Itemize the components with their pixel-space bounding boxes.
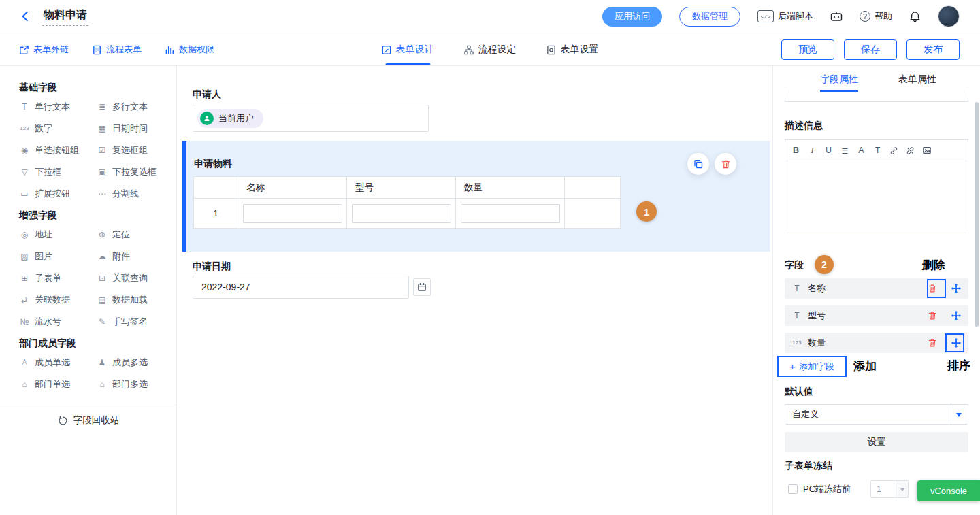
- subform-col-quantity: 数量: [456, 177, 565, 199]
- bold-icon[interactable]: B: [791, 146, 800, 155]
- save-button[interactable]: 保存: [844, 39, 897, 60]
- notifications-button[interactable]: [909, 11, 921, 22]
- back-button[interactable]: [19, 10, 31, 22]
- palette-item-datetime[interactable]: ▦日期时间: [97, 123, 176, 134]
- duplicate-field-button[interactable]: [687, 153, 709, 175]
- palette-item-member-multi[interactable]: ♟成员多选: [97, 357, 176, 368]
- tab-field-properties[interactable]: 字段属性: [820, 66, 858, 93]
- align-icon[interactable]: ≣: [840, 146, 849, 156]
- description-editor[interactable]: B I U ≣ A T: [785, 139, 968, 229]
- panel-scrollbar[interactable]: [975, 93, 979, 511]
- freeze-count-group: [870, 480, 909, 498]
- subform-input-name[interactable]: [243, 204, 342, 223]
- current-user-tag[interactable]: 当前用户: [197, 109, 263, 128]
- palette-item-number[interactable]: 123数字: [19, 123, 97, 134]
- palette-item-multi-line-text[interactable]: ≣多行文本: [97, 101, 176, 112]
- member-multi-icon: ♟: [97, 357, 108, 368]
- address-icon: ◎: [19, 229, 30, 240]
- insert-image-icon[interactable]: [922, 146, 931, 155]
- applicant-field[interactable]: 当前用户: [193, 105, 429, 132]
- palette-item-checkbox-group[interactable]: ☑复选框组: [97, 145, 176, 156]
- move-icon: [951, 284, 961, 293]
- description-editor-body[interactable]: [785, 161, 968, 229]
- palette-item-subform[interactable]: ⊞子表单: [19, 273, 97, 284]
- default-value-select[interactable]: 自定义: [785, 404, 968, 425]
- date-input[interactable]: [193, 276, 409, 299]
- backend-script-button[interactable]: </> 后端脚本: [757, 10, 813, 22]
- assistant-button[interactable]: [830, 11, 843, 22]
- subform-input-model[interactable]: [352, 204, 451, 223]
- preview-button[interactable]: 预览: [781, 39, 834, 60]
- default-value-settings-button[interactable]: 设置: [785, 432, 968, 452]
- tab-form-design[interactable]: 表单设计: [382, 34, 434, 65]
- palette-item-extend-button[interactable]: ▭扩展按钮: [19, 188, 97, 199]
- materials-field-label: 申请物料: [194, 158, 232, 170]
- add-field-label: 添加字段: [799, 361, 834, 373]
- app-access-button[interactable]: 应用访问: [602, 7, 662, 27]
- subform-input-quantity[interactable]: [461, 204, 560, 223]
- palette-item-dept-multi[interactable]: ⌂部门多选: [97, 379, 176, 390]
- form-external-link-button[interactable]: 表单外链: [19, 44, 69, 56]
- tab-process-setting[interactable]: 流程设定: [464, 34, 517, 65]
- data-permission-button[interactable]: 数据权限: [165, 44, 214, 56]
- extend-button-icon: ▭: [19, 188, 30, 199]
- palette-item-member-single[interactable]: ♙成员单选: [19, 357, 97, 368]
- palette-item-dropdown[interactable]: ▽下拉框: [19, 167, 97, 178]
- freeze-count-input[interactable]: [870, 480, 896, 498]
- delete-field-button[interactable]: [715, 153, 736, 175]
- palette-item-single-line-text[interactable]: T单行文本: [19, 101, 97, 112]
- palette-item-serial-number[interactable]: №流水号: [19, 316, 97, 327]
- calendar-button[interactable]: [413, 278, 431, 296]
- add-field-button[interactable]: + 添加字段: [777, 356, 847, 377]
- palette-item-dept-single[interactable]: ⌂部门单选: [19, 379, 97, 390]
- underline-icon[interactable]: U: [824, 146, 833, 155]
- palette-item-divider[interactable]: ⋯分割线: [97, 188, 176, 199]
- palette-item-radio-group[interactable]: ◉单选按钮组: [19, 145, 97, 156]
- freeze-count-dropdown-icon[interactable]: [896, 480, 909, 498]
- palette-item-attachment[interactable]: ☁附件: [97, 251, 176, 262]
- publish-button[interactable]: 发布: [906, 39, 960, 60]
- subform-table: 名称 型号 数量 1: [193, 176, 621, 229]
- palette-item-related-query[interactable]: ⊡关联查询: [97, 273, 176, 284]
- palette-item-related-data[interactable]: ⇄关联数据: [19, 295, 97, 305]
- chevron-down-icon[interactable]: [949, 405, 968, 424]
- tab-form-properties[interactable]: 表单属性: [898, 66, 936, 93]
- link-icon[interactable]: [889, 146, 898, 155]
- palette-item-dropdown-multi[interactable]: ▣下拉复选框: [97, 167, 176, 178]
- drag-column-handle[interactable]: [950, 310, 962, 322]
- help-label: 帮助: [875, 10, 892, 22]
- divider-icon: ⋯: [97, 188, 108, 199]
- dept-multi-icon: ⌂: [97, 379, 108, 390]
- user-avatar[interactable]: [938, 5, 960, 27]
- field-recycle-bin-button[interactable]: 字段回收站: [0, 405, 177, 435]
- palette-item-location[interactable]: ⊕定位: [97, 229, 176, 240]
- tab-form-settings[interactable]: 表单设置: [546, 34, 599, 65]
- process-form-button[interactable]: 流程表单: [92, 44, 142, 56]
- palette-item-signature[interactable]: ✎手写签名: [97, 316, 176, 327]
- vconsole-button[interactable]: vConsole: [917, 480, 980, 501]
- user-tag-label: 当前用户: [218, 112, 254, 124]
- delete-column-button[interactable]: [926, 337, 938, 349]
- field-row-quantity[interactable]: 123 数量: [785, 333, 968, 353]
- font-color-icon[interactable]: A: [857, 146, 866, 155]
- form-title[interactable]: 物料申请: [42, 7, 88, 26]
- font-size-icon[interactable]: T: [873, 146, 882, 155]
- palette-item-data-load[interactable]: ▤数据加载: [97, 295, 176, 305]
- subform-block-selected[interactable]: 申请物料 名称 型号 数量 1: [182, 141, 770, 252]
- form-external-link-label: 表单外链: [33, 44, 69, 56]
- data-manage-button[interactable]: 数据管理: [679, 7, 740, 27]
- field-title-input-partial[interactable]: [785, 90, 968, 102]
- drag-column-handle[interactable]: [950, 283, 962, 295]
- palette-item-address[interactable]: ◎地址: [19, 229, 97, 240]
- unlink-icon[interactable]: [906, 146, 915, 155]
- toolbar-links: 表单外链 流程表单 数据权限: [19, 34, 214, 65]
- delete-column-button[interactable]: [926, 310, 938, 322]
- field-row-model[interactable]: T 型号: [785, 305, 968, 326]
- help-button[interactable]: ? 帮助: [860, 10, 892, 22]
- italic-icon[interactable]: I: [808, 146, 817, 156]
- scrollbar-thumb[interactable]: [975, 102, 979, 327]
- subform-col-model: 型号: [347, 177, 456, 199]
- palette-item-image[interactable]: ▨图片: [19, 251, 97, 262]
- pc-freeze-checkbox[interactable]: [788, 484, 798, 494]
- plus-icon: +: [789, 361, 796, 371]
